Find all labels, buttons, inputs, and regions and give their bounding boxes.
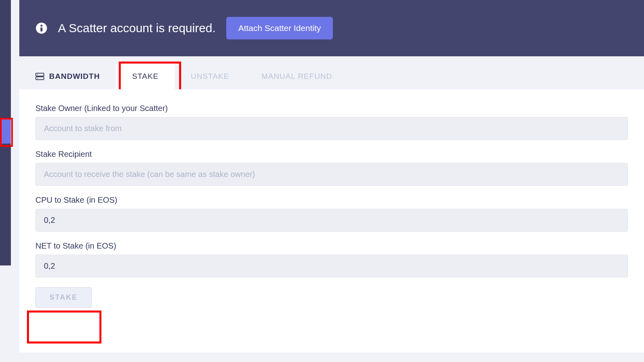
sidebar-active-item[interactable] <box>0 118 11 144</box>
net-to-stake-input[interactable] <box>35 255 628 278</box>
net-to-stake-label: NET to Stake (in EOS) <box>35 241 628 251</box>
cpu-to-stake-input[interactable] <box>35 209 628 232</box>
tab-unstake[interactable]: UNSTAKE <box>175 64 245 89</box>
stake-form-panel: Stake Owner (Linked to your Scatter) Sta… <box>19 89 644 352</box>
svg-rect-4 <box>36 77 44 80</box>
field-cpu-to-stake: CPU to Stake (in EOS) <box>35 195 628 232</box>
svg-rect-3 <box>36 73 44 76</box>
svg-point-1 <box>41 25 43 27</box>
tab-manual-refund-label: MANUAL REFUND <box>261 72 332 81</box>
attach-scatter-button[interactable]: Attach Scatter Identity <box>226 17 333 39</box>
field-stake-recipient: Stake Recipient <box>35 150 628 186</box>
svg-rect-2 <box>41 27 43 31</box>
stake-recipient-input[interactable] <box>35 163 628 186</box>
scatter-banner: A Scatter account is required. Attach Sc… <box>19 0 644 56</box>
field-net-to-stake: NET to Stake (in EOS) <box>35 241 628 278</box>
stake-submit-button[interactable]: STAKE <box>35 287 92 308</box>
bandwidth-icon <box>35 73 44 80</box>
stake-owner-input[interactable] <box>35 117 628 140</box>
tab-bandwidth-label: BANDWIDTH <box>49 72 100 81</box>
svg-point-5 <box>37 74 38 75</box>
tab-unstake-label: UNSTAKE <box>191 72 229 81</box>
cpu-to-stake-label: CPU to Stake (in EOS) <box>35 195 628 205</box>
stake-owner-label: Stake Owner (Linked to your Scatter) <box>35 104 628 113</box>
sidebar <box>0 0 11 265</box>
info-icon <box>35 22 47 34</box>
tab-bandwidth[interactable]: BANDWIDTH <box>19 64 116 89</box>
field-stake-owner: Stake Owner (Linked to your Scatter) <box>35 104 628 140</box>
svg-point-6 <box>37 78 38 78</box>
tab-bar: BANDWIDTH STAKE UNSTAKE MANUAL REFUND <box>19 64 644 89</box>
banner-message: A Scatter account is required. <box>58 21 216 35</box>
tab-manual-refund[interactable]: MANUAL REFUND <box>245 64 348 89</box>
stake-recipient-label: Stake Recipient <box>35 150 628 159</box>
tab-stake-label: STAKE <box>132 72 159 81</box>
tab-stake[interactable]: STAKE <box>116 64 175 89</box>
